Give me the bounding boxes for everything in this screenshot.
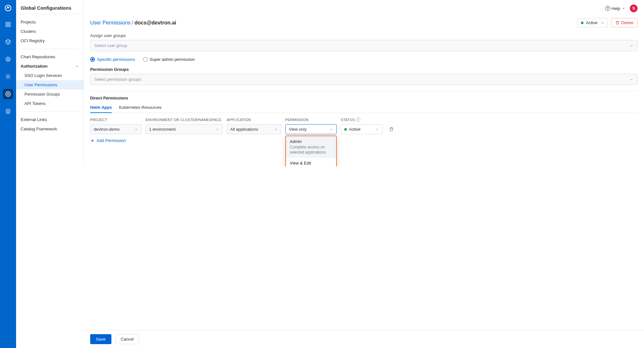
add-permission-button[interactable]: Add Permission: [90, 138, 126, 143]
assign-groups-label: Assign user groups: [90, 33, 638, 38]
chevron-down-icon: [621, 6, 625, 10]
sidebar-item-api-tokens[interactable]: API Tokens: [16, 99, 83, 108]
logo-icon: [4, 4, 12, 12]
environment-value: 1 environment: [149, 127, 175, 132]
dropdown-option-view-edit[interactable]: View & Edit Can also edit resource manif…: [286, 158, 336, 166]
breadcrumb-separator: /: [132, 20, 133, 26]
divider: [90, 91, 638, 91]
sidebar-item-permission-groups[interactable]: Permission Groups: [16, 89, 83, 99]
delete-row-button[interactable]: [386, 127, 396, 132]
assign-groups-select[interactable]: Select user group: [90, 40, 638, 51]
direct-permissions-title: Direct Permissions: [90, 96, 638, 100]
footer-bar: Save Cancel: [84, 330, 644, 348]
radio-icon: [143, 57, 148, 62]
sidebar: Global Configurations Projects Clusters …: [16, 0, 84, 166]
permission-dropdown: Admin Complete access on selected applic…: [285, 136, 337, 166]
cancel-button[interactable]: Cancel: [115, 334, 139, 344]
radio-label: Specific permissions: [97, 57, 135, 62]
col-permission: PERMISSION: [285, 118, 337, 122]
delete-label: Delete: [621, 20, 633, 25]
help-icon: ?: [605, 6, 610, 11]
status-label: Active: [586, 20, 597, 25]
option-title: Admin: [290, 139, 332, 144]
col-environment: ENVIRONMENT OR CLUSTER/NAMESPACE: [146, 118, 223, 122]
permission-groups-label: Permission Groups: [90, 67, 638, 72]
sidebar-item-user-permissions[interactable]: User Permissions: [16, 80, 83, 89]
assign-groups-placeholder: Select user group: [94, 43, 127, 48]
tab-helm-apps[interactable]: Helm Apps: [90, 102, 112, 113]
radio-super-admin[interactable]: Super admin permission: [143, 57, 195, 62]
svg-rect-1: [6, 22, 7, 24]
environment-select[interactable]: 1 environment: [146, 124, 223, 134]
chevron-up-icon: [75, 64, 79, 68]
col-project: PROJECT: [90, 118, 142, 122]
sidebar-item-catalog-framework[interactable]: Catalog Framework: [16, 124, 83, 134]
rail-target-icon[interactable]: [3, 54, 13, 64]
rail-stack-icon[interactable]: [3, 106, 13, 117]
svg-rect-2: [9, 22, 10, 24]
help-label: Help: [611, 6, 620, 11]
chevron-up-icon: [329, 127, 333, 131]
sidebar-item-oci-registry[interactable]: OCI Registry: [16, 36, 83, 45]
trash-icon: [389, 127, 394, 132]
breadcrumb: User Permissions / docs@devtron.ai: [90, 20, 176, 26]
chevron-down-icon: [630, 78, 633, 81]
nav-rail: [0, 0, 16, 348]
sidebar-item-clusters[interactable]: Clusters: [16, 27, 83, 36]
rail-gear-sun-icon[interactable]: [3, 71, 13, 82]
trash-icon: [615, 21, 620, 25]
project-value: devtron-demo: [94, 127, 119, 132]
sidebar-item-external-links[interactable]: External Links: [16, 115, 83, 124]
rail-apps-icon[interactable]: [3, 19, 13, 30]
row-status-select[interactable]: Active: [341, 124, 383, 134]
sidebar-group-label: Authorization: [21, 64, 48, 69]
permission-value: View only: [289, 127, 307, 132]
col-status: STATUS ?: [341, 118, 383, 122]
breadcrumb-parent[interactable]: User Permissions: [90, 20, 130, 26]
status-dot-icon: [581, 22, 583, 24]
chevron-down-icon: [630, 44, 633, 48]
option-title: View & Edit: [290, 161, 332, 165]
chevron-down-icon: [601, 21, 604, 25]
radio-label: Super admin permission: [150, 57, 195, 62]
permission-groups-select[interactable]: Select permission groups: [90, 74, 638, 85]
user-status-select[interactable]: Active: [577, 18, 608, 27]
svg-point-7: [7, 76, 9, 78]
add-permission-label: Add Permission: [97, 138, 126, 143]
project-select[interactable]: devtron-demo: [90, 124, 142, 134]
help-button[interactable]: ? Help: [605, 6, 625, 11]
dropdown-option-admin[interactable]: Admin Complete access on selected applic…: [286, 136, 336, 158]
svg-rect-4: [9, 25, 10, 27]
delete-button[interactable]: Delete: [611, 18, 638, 27]
sidebar-item-sso[interactable]: SSO Login Services: [16, 71, 83, 80]
sidebar-item-chart-repos[interactable]: Chart Repositories: [16, 52, 83, 61]
row-status-value: Active: [349, 127, 360, 132]
permission-groups-placeholder: Select permission groups: [94, 77, 141, 82]
main-area: ? Help S User Permissions / docs@devtron…: [84, 0, 644, 166]
svg-point-8: [7, 93, 9, 95]
svg-point-5: [6, 57, 10, 61]
rail-settings-icon[interactable]: [3, 89, 13, 99]
sidebar-group-authorization[interactable]: Authorization: [16, 61, 83, 71]
rail-cube-icon[interactable]: [3, 37, 13, 47]
svg-rect-3: [6, 25, 7, 27]
avatar[interactable]: S: [630, 5, 638, 12]
option-desc: Complete access on selected applications: [290, 145, 332, 155]
chevron-down-icon: [274, 127, 278, 131]
tab-kubernetes-resources[interactable]: Kubernetes Resources: [119, 102, 161, 113]
application-select[interactable]: All applications: [227, 124, 281, 134]
save-button[interactable]: Save: [90, 334, 111, 344]
svg-point-6: [7, 58, 9, 60]
breadcrumb-current: docs@devtron.ai: [135, 20, 176, 26]
permission-select[interactable]: View only: [285, 124, 337, 134]
sidebar-divider: [21, 49, 79, 49]
sidebar-title: Global Configurations: [21, 5, 79, 11]
status-dot-icon: [344, 128, 347, 131]
radio-specific-permissions[interactable]: Specific permissions: [90, 57, 135, 62]
plus-icon: [90, 138, 95, 143]
chevron-down-icon: [375, 127, 379, 131]
sidebar-divider: [21, 111, 79, 112]
chevron-down-icon: [215, 127, 219, 131]
sidebar-item-projects[interactable]: Projects: [16, 17, 83, 27]
info-icon[interactable]: ?: [356, 118, 360, 122]
